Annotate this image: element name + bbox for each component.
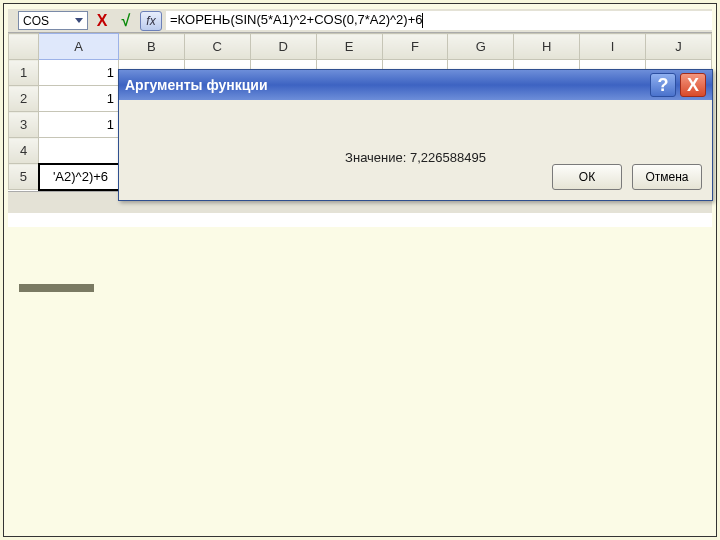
- formula-cancel-button[interactable]: X: [92, 11, 112, 31]
- row-header[interactable]: 5: [9, 164, 39, 190]
- column-header-J[interactable]: J: [646, 34, 712, 60]
- text-caret: [422, 13, 423, 28]
- computed-value: 7,226588495: [410, 150, 486, 165]
- slide-decoration-bar: [19, 284, 94, 292]
- column-header-D[interactable]: D: [250, 34, 316, 60]
- row-header[interactable]: 3: [9, 112, 39, 138]
- formula-bar: COS X √ fx =КОРЕНЬ(SIN(5*A1)^2+COS(0,7*A…: [8, 9, 712, 33]
- row-header[interactable]: 1: [9, 60, 39, 86]
- cancel-button[interactable]: Отмена: [632, 164, 702, 190]
- active-cell[interactable]: 'A2)^2)+6: [39, 164, 119, 190]
- dialog-help-button[interactable]: ?: [650, 73, 676, 97]
- name-box-value: COS: [23, 14, 49, 28]
- column-header-B[interactable]: B: [119, 34, 185, 60]
- column-header-F[interactable]: F: [382, 34, 448, 60]
- excel-screenshot: COS X √ fx =КОРЕНЬ(SIN(5*A1)^2+COS(0,7*A…: [8, 9, 712, 227]
- slide-container: COS X √ fx =КОРЕНЬ(SIN(5*A1)^2+COS(0,7*A…: [3, 3, 717, 537]
- row-header[interactable]: 4: [9, 138, 39, 164]
- dialog-close-button[interactable]: X: [680, 73, 706, 97]
- select-all-corner[interactable]: [9, 34, 39, 60]
- question-icon: ?: [658, 75, 669, 96]
- formula-input[interactable]: =КОРЕНЬ(SIN(5*A1)^2+COS(0,7*A2)^2)+6: [166, 11, 712, 30]
- dialog-title: Аргументы функции: [125, 77, 268, 93]
- value-label: Значение:: [345, 150, 406, 165]
- column-header-G[interactable]: G: [448, 34, 514, 60]
- name-box[interactable]: COS: [18, 11, 88, 30]
- dialog-titlebar[interactable]: Аргументы функции ? X: [119, 70, 712, 100]
- chevron-down-icon[interactable]: [75, 18, 83, 23]
- cell[interactable]: 1: [39, 112, 119, 138]
- function-arguments-dialog: Аргументы функции ? X Значение: 7,226588…: [118, 69, 713, 201]
- column-header-C[interactable]: C: [184, 34, 250, 60]
- formula-text: =КОРЕНЬ(SIN(5*A1)^2+COS(0,7*A2)^2)+6: [170, 12, 423, 27]
- dialog-value-row: Значение: 7,226588495: [119, 150, 712, 165]
- formula-enter-button[interactable]: √: [116, 11, 136, 31]
- dialog-button-row: ОК Отмена: [552, 164, 702, 190]
- column-header-H[interactable]: H: [514, 34, 580, 60]
- cell[interactable]: 1: [39, 60, 119, 86]
- cell[interactable]: [39, 138, 119, 164]
- row-header[interactable]: 2: [9, 86, 39, 112]
- ok-button[interactable]: ОК: [552, 164, 622, 190]
- close-icon: X: [687, 75, 699, 96]
- column-header-E[interactable]: E: [316, 34, 382, 60]
- insert-function-button[interactable]: fx: [140, 11, 162, 31]
- column-header-A[interactable]: A: [39, 34, 119, 60]
- dialog-body: Значение: 7,226588495 ОК Отмена: [119, 100, 712, 200]
- column-header-I[interactable]: I: [580, 34, 646, 60]
- cell[interactable]: 1: [39, 86, 119, 112]
